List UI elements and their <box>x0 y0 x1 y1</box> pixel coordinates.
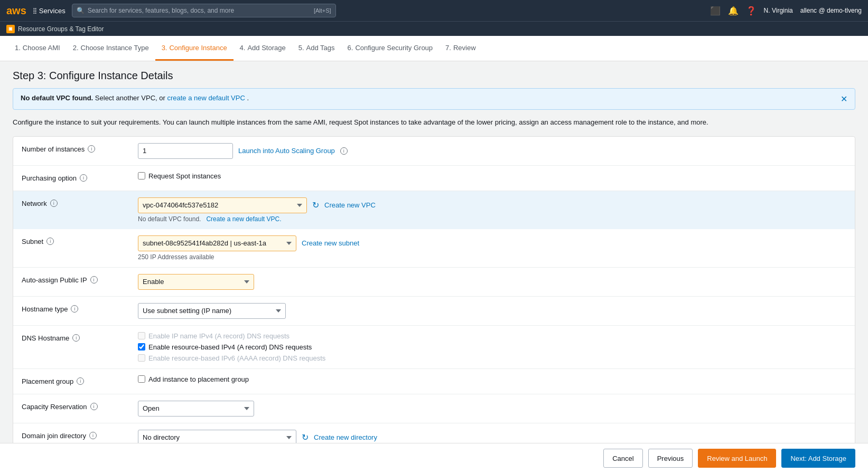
page-footer: Cancel Previous Review and Launch Next: … <box>0 443 868 450</box>
dns-ipv4-checkbox <box>138 332 145 339</box>
region-selector[interactable]: N. Virginia <box>764 7 793 14</box>
page-title: Step 3: Configure Instance Details <box>13 70 855 82</box>
global-search[interactable]: 🔍 Search for services, features, blogs, … <box>72 4 336 17</box>
launch-auto-scaling-link[interactable]: Launch into Auto Scaling Group <box>238 147 335 155</box>
capacity-reservation-info-icon[interactable]: i <box>90 403 98 410</box>
top-navigation: aws ⣿ Services 🔍 Search for services, fe… <box>0 0 868 21</box>
network-info-icon[interactable]: i <box>50 200 58 207</box>
search-icon: 🔍 <box>77 7 85 14</box>
network-refresh-icon[interactable]: ↻ <box>312 200 319 210</box>
placement-group-info-icon[interactable]: i <box>77 377 84 385</box>
terminal-icon[interactable]: ⬛ <box>710 6 721 16</box>
auto-assign-public-ip-label: Auto-assign Public IP i <box>22 274 138 284</box>
dns-ipv4-label: Enable IP name IPv4 (A record) DNS reque… <box>138 332 846 340</box>
alert-close-button[interactable]: ✕ <box>841 94 847 104</box>
create-new-subnet-link[interactable]: Create new subnet <box>302 239 359 247</box>
subnet-row: Subnet i subnet-08c952541f4ab282d | us-e… <box>13 229 855 268</box>
bell-icon[interactable]: 🔔 <box>728 6 739 16</box>
placement-group-row: Placement group i Add instance to placem… <box>13 369 855 394</box>
create-default-vpc-link[interactable]: create a new default VPC <box>167 94 245 102</box>
alert-banner: No default VPC found. Select another VPC… <box>13 88 855 110</box>
nav-right: ⬛ 🔔 ❓ N. Virginia allenc @ demo-tlveng <box>710 6 862 16</box>
auto-assign-public-ip-row: Auto-assign Public IP i Enable <box>13 268 855 297</box>
subnet-info-icon[interactable]: i <box>46 238 54 245</box>
number-of-instances-row: Number of instances i Launch into Auto S… <box>13 137 855 166</box>
placement-group-checkbox[interactable] <box>138 375 145 383</box>
network-label: Network i <box>22 197 138 207</box>
alert-text: No default VPC found. Select another VPC… <box>21 94 249 102</box>
step-5[interactable]: 5. Add Tags <box>292 36 341 61</box>
hostname-type-info-icon[interactable]: i <box>71 305 78 313</box>
create-new-directory-link[interactable]: Create new directory <box>314 433 377 441</box>
number-of-instances-input[interactable] <box>138 143 233 159</box>
services-button[interactable]: ⣿ Services <box>33 7 66 15</box>
number-of-instances-info-icon[interactable]: i <box>88 145 95 153</box>
resource-label: Resource Groups & Tag Editor <box>18 25 104 33</box>
request-spot-instances-label[interactable]: Request Spot instances <box>138 172 846 180</box>
no-default-vpc-text: No default VPC found. <box>138 215 201 223</box>
subnet-select[interactable]: subnet-08c952541f4ab282d | us-east-1a <box>138 235 296 251</box>
dns-hostname-label: DNS Hostname i <box>22 332 138 342</box>
purchasing-option-info-icon[interactable]: i <box>80 174 87 182</box>
step-2[interactable]: 2. Choose Instance Type <box>67 36 155 61</box>
hostname-type-label: Hostname type i <box>22 303 138 313</box>
auto-scaling-info-icon[interactable]: i <box>340 147 348 155</box>
next-add-storage-button[interactable]: Next: Add Storage <box>781 449 855 450</box>
capacity-reservation-row: Capacity Reservation i Open <box>13 394 855 423</box>
review-and-launch-button[interactable]: Review and Launch <box>698 449 776 450</box>
help-icon[interactable]: ❓ <box>746 6 757 16</box>
step-3[interactable]: 3. Configure Instance <box>155 36 234 61</box>
user-menu[interactable]: allenc @ demo-tlveng <box>800 7 862 14</box>
domain-join-refresh-icon[interactable]: ↻ <box>302 432 309 442</box>
subnet-label: Subnet i <box>22 235 138 245</box>
create-default-vpc-link2[interactable]: Create a new default VPC. <box>206 215 281 223</box>
domain-join-directory-label: Domain join directory i <box>22 430 138 440</box>
main-content: Step 3: Configure Instance Details No de… <box>0 61 868 450</box>
resource-bar: ▣ Resource Groups & Tag Editor <box>0 21 868 36</box>
capacity-reservation-label: Capacity Reservation i <box>22 401 138 411</box>
create-new-vpc-link[interactable]: Create new VPC <box>324 201 376 209</box>
network-select[interactable]: vpc-0474064fc537e5182 <box>138 197 307 213</box>
resource-icon: ▣ <box>6 25 15 33</box>
placement-group-checkbox-label[interactable]: Add instance to placement group <box>138 375 846 383</box>
auto-assign-info-icon[interactable]: i <box>90 276 98 283</box>
subnet-helper-text: 250 IP Addresses available <box>138 253 846 261</box>
domain-join-info-icon[interactable]: i <box>89 432 97 439</box>
aws-logo: aws <box>6 5 26 17</box>
step-1[interactable]: 1. Choose AMI <box>8 36 67 61</box>
cancel-button[interactable]: Cancel <box>603 449 642 450</box>
previous-button[interactable]: Previous <box>648 449 693 450</box>
number-of-instances-label: Number of instances i <box>22 143 138 153</box>
request-spot-instances-checkbox[interactable] <box>138 172 145 179</box>
step-7[interactable]: 7. Review <box>439 36 482 61</box>
configure-instance-form: Number of instances i Launch into Auto S… <box>13 136 855 450</box>
network-row: Network i vpc-0474064fc537e5182 ↻ Create… <box>13 191 855 229</box>
page-description: Configure the instance to suit your requ… <box>13 117 855 128</box>
hostname-type-row: Hostname type i Use subnet setting (IP n… <box>13 297 855 326</box>
capacity-reservation-select[interactable]: Open <box>138 401 254 417</box>
hostname-type-select[interactable]: Use subnet setting (IP name) <box>138 303 286 319</box>
purchasing-option-row: Purchasing option i Request Spot instanc… <box>13 166 855 191</box>
purchasing-option-label: Purchasing option i <box>22 172 138 182</box>
dns-hostname-info-icon[interactable]: i <box>72 334 80 342</box>
dns-ipv6-resource-checkbox <box>138 354 145 362</box>
dns-ipv6-resource-label: Enable resource-based IPv6 (AAAA record)… <box>138 354 846 362</box>
wizard-steps: 1. Choose AMI 2. Choose Instance Type 3.… <box>0 36 868 61</box>
dns-ipv4-resource-label[interactable]: Enable resource-based IPv4 (A record) DN… <box>138 343 846 351</box>
dns-hostname-row: DNS Hostname i Enable IP name IPv4 (A re… <box>13 326 855 369</box>
step-6[interactable]: 6. Configure Security Group <box>341 36 440 61</box>
step-4[interactable]: 4. Add Storage <box>234 36 292 61</box>
placement-group-label: Placement group i <box>22 375 138 385</box>
dns-ipv4-resource-checkbox[interactable] <box>138 343 145 351</box>
auto-assign-public-ip-select[interactable]: Enable <box>138 274 254 290</box>
